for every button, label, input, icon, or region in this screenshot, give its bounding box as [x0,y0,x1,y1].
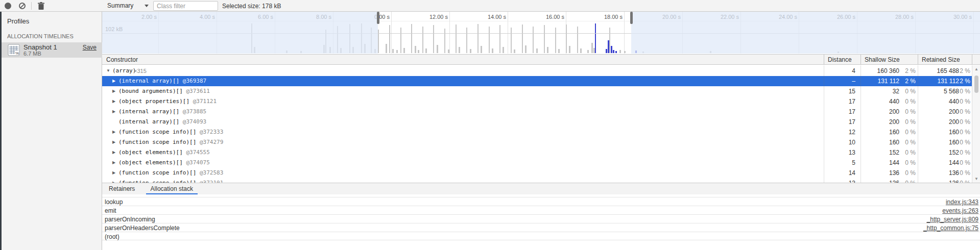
stack-frame-row[interactable]: (root) [102,232,980,240]
expand-caret-icon[interactable]: ▶ [112,109,115,114]
column-header-constructor[interactable]: Constructor [106,56,138,63]
shallow-size-value: 136 [861,169,899,177]
ruler-gridline [391,12,392,54]
perspective-select[interactable]: Summary [107,2,133,10]
expand-caret-icon[interactable]: ▶ [112,170,115,175]
table-row[interactable]: ▶(internal array)[] @373885172000 %2000 … [102,107,972,117]
instance-count: ×315 [134,68,147,74]
stack-frame-row[interactable]: parserOnHeadersComplete_http_common.js:7… [102,223,980,232]
distance-value: 14 [824,169,855,177]
shallow-size-percent: 0 % [899,88,916,95]
distance-value: 17 [824,118,855,126]
retained-size-value: 131 112 [918,78,959,85]
allocation-bar-freed [547,47,548,53]
table-row[interactable]: ▶(internal array)[] @369387–131 1122 %13… [102,76,972,86]
scrollbar-thumb[interactable] [974,76,978,93]
expand-caret-icon[interactable]: ▶ [112,99,115,104]
retained-size-percent: 0 % [954,159,970,166]
sidebar-item-snapshot-1[interactable]: % Snapshot 1 6.7 MB Save [0,42,102,58]
retained-size-percent: 0 % [954,129,970,136]
distance-value: 4 [824,67,855,74]
table-row[interactable]: ▶(object elements)[] @37407551440 %1440 … [102,158,972,168]
constructor-name: (function scope info)[] @372333 [118,129,223,135]
allocation-bar-freed [514,49,515,53]
scroll-down-arrow-icon[interactable]: ▼ [972,177,980,181]
allocation-bar-freed [459,47,460,53]
expand-caret-icon[interactable]: ▶ [112,130,115,134]
shallow-size-percent: 0 % [899,108,916,115]
shallow-size-percent: 0 % [899,98,916,105]
table-row[interactable]: ▼(array)×3154160 3602 %165 4882 % [102,66,972,76]
allocation-bar-freed [400,28,401,53]
allocation-bar-freed [437,45,438,53]
column-header-shallow-size[interactable]: Shallow Size [865,56,900,63]
expand-caret-icon[interactable]: ▶ [112,160,115,165]
column-header-retained-size[interactable]: Retained Size [922,56,960,63]
tab-retainers[interactable]: Retainers [104,183,139,195]
stack-frame-row[interactable]: emitevents.js:263 [102,206,980,214]
stack-function-name: parserOnHeadersComplete [105,224,180,232]
allocation-bar-freed [489,27,490,53]
expand-caret-open-icon[interactable]: ▼ [106,68,110,73]
table-row[interactable]: ▶(function scope info)[] @372583141360 %… [102,168,972,178]
allocation-bar-live [611,46,612,53]
snapshot-size: 6.7 MB [23,51,41,57]
stack-frame-row[interactable]: lookupindex.js:343 [102,197,980,206]
class-filter-input[interactable] [153,1,218,11]
table-row[interactable]: ▶(bound arguments)[] @37361115320 %5 568… [102,86,972,96]
column-divider [861,55,861,65]
retained-size-percent: 0 % [954,88,970,95]
column-header-distance[interactable]: Distance [828,56,852,63]
distance-value: 17 [824,108,855,115]
expand-caret-icon[interactable]: ▶ [112,79,115,83]
table-row[interactable]: (internal array)[] @374093172000 %2000 % [102,117,972,127]
table-row[interactable]: ▶(function scope info)[] @372101131360 %… [102,178,972,183]
column-divider [824,65,824,183]
retained-size-value: 144 [918,159,959,166]
stack-function-name: (root) [105,233,119,240]
source-location-link[interactable]: index.js:343 [946,198,978,206]
object-id: @374555 [183,149,210,156]
shallow-size-value: 160 360 [861,67,899,74]
delete-profile-button[interactable] [37,2,45,10]
table-scrollbar[interactable]: ▲ ▼ [972,65,980,183]
table-row[interactable]: ▶(object properties)[] @371121174400 %44… [102,96,972,107]
tab-allocation-stack[interactable]: Allocation stack [146,183,198,195]
allocation-bar-freed [544,25,545,53]
allocation-bar-live [606,49,607,53]
scroll-up-arrow-icon[interactable]: ▲ [972,67,980,71]
shallow-size-value: 200 [861,118,899,126]
shallow-size-percent: 0 % [899,129,916,136]
ruler-gridline [449,12,450,54]
allocation-bar-freed [403,48,405,53]
retained-size-value: 160 [918,129,959,136]
object-id: @374075 [183,159,210,166]
expand-caret-icon[interactable]: ▶ [112,89,115,93]
constructor-name: (internal array)[] @374093 [118,118,206,125]
window-handle-right[interactable] [630,12,633,24]
expand-caret-icon[interactable]: ▶ [112,140,115,144]
record-button[interactable] [4,2,12,10]
source-location-link[interactable]: _http_common.js:75 [923,224,978,232]
source-location-link[interactable]: events.js:263 [942,207,978,214]
allocation-bar-freed [503,47,504,53]
heap-snapshot-icon: % [8,44,20,56]
table-row[interactable]: ▶(object elements)[] @374555131520 %1520… [102,147,972,158]
distance-value: 13 [824,149,855,156]
source-location-link[interactable]: _http_server.js:809 [927,216,978,223]
ruler-tick-label: 14.00 s [475,14,506,20]
retained-size-percent: 0 % [954,118,970,126]
table-row[interactable]: ▶(function scope info)[] @372333121600 %… [102,127,972,137]
expand-caret-icon[interactable]: ▶ [112,150,115,155]
allocation-bar-live [613,50,614,53]
stack-frame-row[interactable]: parserOnIncoming_http_server.js:809 [102,214,980,223]
allocation-bar-freed [411,24,412,53]
table-row[interactable]: ▶(function scope info)[] @374279101600 %… [102,137,972,147]
allocation-timeline-overview[interactable]: 2.00 s4.00 s6.00 s8.00 s0.00 s12.00 s14.… [102,12,980,55]
column-divider [861,65,861,183]
distance-value: 15 [824,88,855,95]
clear-profiles-button[interactable] [18,2,26,10]
sidebar-title: Profiles [7,17,29,25]
save-link[interactable]: Save [83,44,97,51]
window-handle-left[interactable] [377,12,379,24]
